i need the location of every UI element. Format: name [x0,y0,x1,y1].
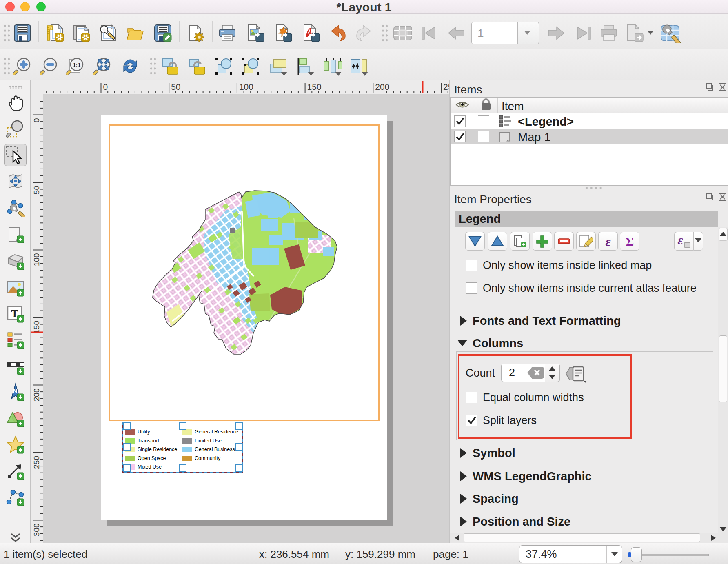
svg-text:ε: ε [605,235,610,248]
svg-text:50: 50 [171,82,180,91]
svg-text:ε: ε [677,234,683,247]
svg-text:N: N [13,387,18,394]
svg-text:250: 250 [32,456,41,469]
svg-text:100: 100 [239,82,253,91]
svg-text:Σ: Σ [626,235,634,248]
svg-text:200: 200 [375,82,389,91]
svg-text:200: 200 [32,389,41,402]
svg-text:150: 150 [307,82,322,91]
svg-text:250: 250 [443,82,449,91]
svg-text:1:1: 1:1 [73,62,81,68]
svg-text:50: 50 [32,186,41,194]
svg-text:0: 0 [32,118,41,123]
svg-text:0: 0 [103,82,108,91]
svg-text:100: 100 [32,253,41,266]
svg-text:300: 300 [32,524,41,537]
